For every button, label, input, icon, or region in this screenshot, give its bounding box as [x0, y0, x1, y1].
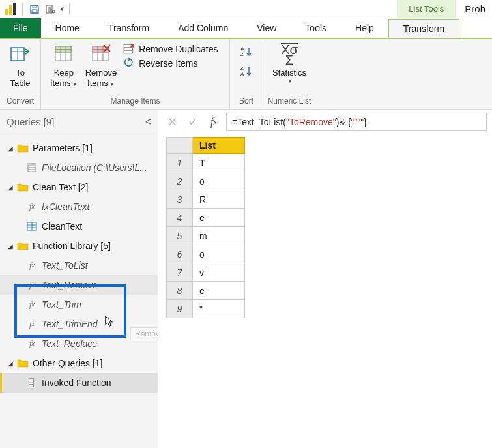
- item-label: fxCleanText: [42, 202, 89, 212]
- to-table-icon: [9, 43, 31, 65]
- row-number: 5: [167, 227, 193, 245]
- remove-duplicates-label: Remove Duplicates: [139, 44, 218, 54]
- tree-item[interactable]: fxfxCleanText: [0, 197, 158, 217]
- item-label: Text_ToList: [42, 260, 88, 271]
- formula-text: """": [351, 117, 364, 127]
- tree-group[interactable]: ◢Other Queries [1]: [0, 353, 158, 373]
- tab-tools[interactable]: Tools: [291, 18, 341, 38]
- tab-list-transform[interactable]: Transform: [388, 19, 459, 38]
- tab-transform[interactable]: Transform: [94, 18, 164, 38]
- formula-text: Text_ToList: [237, 117, 283, 127]
- to-table-button[interactable]: To Table: [5, 42, 35, 89]
- to-table-label-2: Table: [10, 78, 30, 89]
- expand-icon: ◢: [8, 184, 16, 191]
- ribbon-tabs: File Home Transform Add Column View Tool…: [0, 18, 492, 38]
- row-number: 1: [167, 154, 193, 172]
- keep-items-icon: [53, 43, 75, 65]
- table-row[interactable]: 9": [167, 300, 245, 318]
- tab-view[interactable]: View: [242, 18, 291, 38]
- table-row[interactable]: 8e: [167, 282, 245, 300]
- app-logo-icon: [3, 1, 18, 17]
- queries-tree: ◢Parameters [1]FileLocation (C:\Users\L.…: [0, 134, 158, 448]
- save-icon[interactable]: [28, 3, 41, 16]
- tree-group[interactable]: ◢Clean Text [2]: [0, 177, 158, 197]
- caret-icon: ▼: [287, 78, 293, 85]
- qat-dropdown-icon[interactable]: ▼: [59, 6, 65, 12]
- cell-value[interactable]: v: [193, 263, 245, 282]
- tree-item[interactable]: fxText_Trim: [0, 295, 158, 314]
- tab-add-column[interactable]: Add Column: [164, 18, 242, 38]
- cancel-formula-button[interactable]: ✕: [164, 113, 181, 130]
- sort-asc-button[interactable]: AZ: [239, 44, 253, 59]
- cell-value[interactable]: m: [193, 227, 245, 245]
- item-label: Invoked Function: [42, 378, 111, 388]
- cell-value[interactable]: ": [193, 300, 245, 318]
- content-area: ✕ ✓ fx = Text_ToList ( "ToRemove" ) & { …: [158, 110, 492, 448]
- queries-header: Queries [9] <: [0, 110, 158, 134]
- tree-item[interactable]: fxText_Remove: [0, 275, 158, 295]
- remove-duplicates-button[interactable]: Remove Duplicates: [123, 43, 218, 55]
- row-number: 6: [167, 245, 193, 263]
- expand-icon: ◢: [8, 145, 16, 152]
- table-row[interactable]: 1T: [167, 154, 245, 172]
- formula-input[interactable]: = Text_ToList ( "ToRemove" ) & { """" }: [226, 113, 487, 131]
- expand-icon: ◢: [8, 243, 16, 250]
- table-row[interactable]: 7v: [167, 263, 245, 282]
- contextual-tab-label: List Tools: [397, 0, 456, 18]
- table-row[interactable]: 4e: [167, 209, 245, 227]
- cell-value[interactable]: o: [193, 245, 245, 263]
- cell-value[interactable]: T: [193, 154, 245, 172]
- cell-value[interactable]: R: [193, 190, 245, 209]
- group-label: Clean Text [2]: [33, 182, 88, 192]
- ribbon: To Table Convert Keep Items▼ Remove Item…: [0, 39, 492, 110]
- svg-rect-15: [55, 50, 71, 53]
- reverse-items-button[interactable]: Reverse Items: [123, 57, 218, 69]
- statistics-button[interactable]: Xσ Σ Statistics ▼: [268, 42, 310, 85]
- group-label-manage: Manage Items: [41, 95, 229, 109]
- table-row[interactable]: 2o: [167, 172, 245, 190]
- formula-text: =: [232, 117, 237, 127]
- table-row[interactable]: 6o: [167, 245, 245, 263]
- commit-formula-button[interactable]: ✓: [184, 113, 201, 130]
- tree-item[interactable]: CleanText: [0, 217, 158, 236]
- formula-bar: ✕ ✓ fx = Text_ToList ( "ToRemove" ) & { …: [158, 110, 492, 134]
- row-number: 4: [167, 209, 193, 227]
- properties-icon[interactable]: [44, 3, 57, 16]
- table-row[interactable]: 3R: [167, 190, 245, 209]
- queries-title: Queries [9]: [7, 116, 54, 127]
- group-label-convert: Convert: [0, 95, 40, 109]
- sort-desc-button[interactable]: ZA: [239, 64, 253, 78]
- svg-text:Z: Z: [240, 52, 244, 57]
- tab-help[interactable]: Help: [341, 18, 388, 38]
- tree-item[interactable]: Invoked Function: [0, 373, 158, 393]
- title-bar: ▼ List Tools Prob: [0, 0, 492, 18]
- ribbon-group-convert: To Table Convert: [0, 39, 41, 109]
- svg-rect-35: [28, 164, 36, 166]
- column-header[interactable]: List: [193, 138, 245, 154]
- tree-item[interactable]: FileLocation (C:\Users\L...: [0, 158, 158, 177]
- tooltip: Remove: [130, 327, 158, 340]
- queries-panel: Queries [9] < ◢Parameters [1]FileLocatio…: [0, 110, 158, 448]
- tree-group[interactable]: ◢Parameters [1]: [0, 138, 158, 158]
- table-row[interactable]: 5m: [167, 227, 245, 245]
- tree-group[interactable]: ◢Function Library [5]: [0, 236, 158, 256]
- cell-value[interactable]: e: [193, 209, 245, 227]
- fx-icon[interactable]: fx: [205, 113, 222, 130]
- main-area: Queries [9] < ◢Parameters [1]FileLocatio…: [0, 110, 492, 448]
- cell-value[interactable]: o: [193, 172, 245, 190]
- tab-file[interactable]: File: [0, 18, 41, 38]
- formula-text: "ToRemove": [286, 117, 336, 127]
- collapse-panel-icon[interactable]: <: [145, 116, 151, 128]
- remove-items-button[interactable]: Remove Items▼: [81, 42, 121, 89]
- row-number: 2: [167, 172, 193, 190]
- tab-home[interactable]: Home: [41, 18, 94, 38]
- remove-label-2: Items: [87, 78, 108, 88]
- keep-items-button[interactable]: Keep Items▼: [46, 42, 81, 89]
- item-label: Text_TrimEnd: [42, 319, 98, 329]
- data-grid: List 1T2o3R4e5m6o7v8e9": [158, 134, 492, 318]
- group-label: Other Queries [1]: [33, 358, 102, 368]
- svg-rect-14: [55, 46, 71, 50]
- cell-value[interactable]: e: [193, 282, 245, 300]
- statistics-label: Statistics: [272, 68, 306, 78]
- tree-item[interactable]: fxText_ToList: [0, 256, 158, 275]
